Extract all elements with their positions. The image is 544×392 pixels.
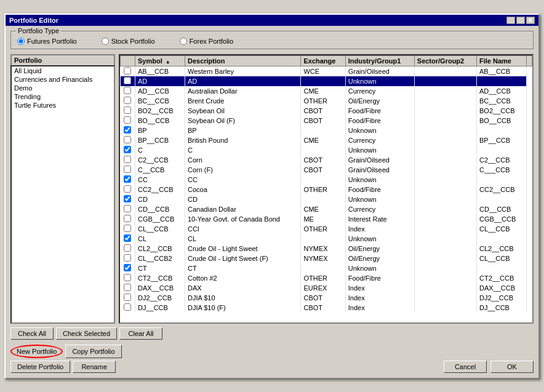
portfolio-item[interactable]: Trending [12,92,114,101]
maximize-button[interactable]: □ [516,17,525,24]
row-checkbox[interactable] [124,97,131,104]
portfolio-list[interactable]: All Liquid Currencies and Financials Dem… [10,65,115,324]
cancel-button[interactable]: Cancel [444,361,487,373]
table-row[interactable]: CDCDUnknown [121,194,532,204]
row-checkbox-cell[interactable] [121,273,135,283]
row-checkbox-cell[interactable] [121,185,135,194]
table-row[interactable]: CT2__CCBCotton #2OTHERFood/FibreCT2__CCB [121,273,532,283]
row-checkbox-cell[interactable] [121,263,135,273]
row-checkbox-cell[interactable] [121,303,135,313]
row-checkbox[interactable] [124,116,131,124]
row-checkbox-cell[interactable] [121,254,135,263]
row-checkbox-cell[interactable] [121,244,135,254]
row-checkbox[interactable] [124,156,131,163]
row-checkbox[interactable] [124,234,131,242]
table-row[interactable]: CLCLUnknown [121,234,532,244]
table-row[interactable]: C2__CCBCornCBOTGrain/OilseedC2__CCB [121,155,532,165]
row-checkbox-cell[interactable] [121,96,135,106]
col-industry[interactable]: Industry/Group1 [345,55,414,66]
row-checkbox[interactable] [124,175,131,183]
copy-portfolio-button[interactable]: Copy Portfolio [65,345,121,358]
table-row[interactable]: DAX__CCBDAXEUREXIndexDAX__CCB [121,283,532,293]
row-checkbox[interactable] [124,215,131,222]
table-row[interactable]: DJ__CCBDJIA $10 (F)CBOTIndexDJ__CCB [121,303,532,313]
table-row[interactable]: CCUnknown [121,145,532,155]
symbol-table-container[interactable]: Symbol ▲ Description Exchange Industry/G… [119,54,534,324]
row-checkbox-cell[interactable] [121,126,135,135]
col-filename[interactable]: File Name [477,55,527,66]
row-checkbox-cell[interactable] [121,106,135,116]
table-row[interactable]: BC__CCBBrent CrudeOTHEROil/EnergyBC__CCB [121,96,532,106]
row-checkbox[interactable] [124,136,131,143]
row-checkbox[interactable] [124,146,131,153]
row-checkbox-cell[interactable] [121,66,135,76]
table-row[interactable]: CD__CCBCanadian DollarCMECurrencyCD__CCB [121,204,532,214]
table-row[interactable]: CL2__CCBCrude Oil - Light SweetNYMEXOil/… [121,244,532,254]
row-checkbox-cell[interactable] [121,234,135,244]
rename-button[interactable]: Rename [73,361,116,373]
col-sector[interactable]: Sector/Group2 [414,55,476,66]
row-checkbox[interactable] [124,225,131,232]
col-checkbox[interactable] [121,55,135,66]
portfolio-item[interactable]: Currencies and Financials [12,75,114,84]
portfolio-item[interactable]: Turtle Futures [12,101,114,110]
row-checkbox[interactable] [124,77,131,84]
row-checkbox-cell[interactable] [121,86,135,96]
check-all-button[interactable]: Check All [10,327,54,340]
row-checkbox-cell[interactable] [121,175,135,185]
table-row[interactable]: BO__CCBSoybean Oil (F)CBOTFood/FibreBO__… [121,116,532,126]
row-checkbox-cell[interactable] [121,135,135,145]
minimize-button[interactable]: _ [506,17,515,24]
row-checkbox[interactable] [124,264,131,271]
table-row[interactable]: CL__CCBCCIOTHERIndexCL__CCB [121,224,532,234]
row-checkbox-cell[interactable] [121,155,135,165]
row-checkbox[interactable] [124,303,131,311]
row-checkbox-cell[interactable] [121,283,135,293]
delete-portfolio-button[interactable]: Delete Portfolio [10,361,70,373]
row-checkbox[interactable] [124,126,131,134]
row-checkbox-cell[interactable] [121,76,135,86]
row-checkbox[interactable] [124,166,131,173]
row-checkbox[interactable] [124,244,131,252]
row-checkbox-cell[interactable] [121,194,135,204]
table-row[interactable]: CGB__CCB10-Year Govt. of Canada BondMEIn… [121,214,532,224]
row-checkbox[interactable] [124,106,131,114]
stock-portfolio-radio[interactable]: Stock Portfolio [102,38,155,45]
ok-button[interactable]: OK [490,361,534,373]
table-row[interactable]: CC2__CCBCocoaOTHERFood/FibreCC2__CCB [121,185,532,194]
table-row[interactable]: AB__CCBWestern BarleyWCEGrain/OilseedAB_… [121,66,532,76]
check-selected-button[interactable]: Check Selected [56,327,117,340]
table-row[interactable]: C__CCBCorn (F)CBOTGrain/OilseedC___CCB [121,165,532,175]
table-row[interactable]: DJ2__CCBDJIA $10CBOTIndexDJ2__CCB [121,293,532,303]
portfolio-item[interactable]: All Liquid [12,66,114,75]
row-checkbox-cell[interactable] [121,204,135,214]
row-checkbox[interactable] [124,195,131,202]
row-checkbox-cell[interactable] [121,293,135,303]
row-checkbox[interactable] [124,205,131,212]
row-checkbox[interactable] [124,294,131,301]
row-checkbox[interactable] [124,284,131,291]
close-button[interactable]: ✕ [526,17,535,24]
col-description[interactable]: Description [185,55,301,66]
forex-portfolio-radio[interactable]: Forex Portfolio [180,38,234,45]
col-symbol[interactable]: Symbol ▲ [135,55,185,66]
new-portfolio-button[interactable]: New Portfolio [10,345,63,358]
row-checkbox[interactable] [124,274,131,281]
col-exchange[interactable]: Exchange [301,55,345,66]
table-row[interactable]: BO2__CCBSoybean OilCBOTFood/FibreBO2__CC… [121,106,532,116]
row-checkbox-cell[interactable] [121,116,135,126]
table-row[interactable]: CL__CCB2Crude Oil - Light Sweet (F)NYMEX… [121,254,532,263]
table-row[interactable]: ADADUnknown [121,76,532,86]
row-checkbox[interactable] [124,67,131,74]
table-row[interactable]: BPBPUnknown [121,126,532,135]
table-row[interactable]: CCCCUnknown [121,175,532,185]
row-checkbox[interactable] [124,254,131,262]
row-checkbox-cell[interactable] [121,145,135,155]
row-checkbox[interactable] [124,87,131,94]
table-row[interactable]: CTCTUnknown [121,263,532,273]
row-checkbox-cell[interactable] [121,224,135,234]
futures-portfolio-radio[interactable]: Futures Portfolio [17,38,77,45]
clear-all-button[interactable]: Clear All [119,327,162,340]
row-checkbox[interactable] [124,185,131,193]
table-row[interactable]: BP__CCBBritish PoundCMECurrencyBP__CCB [121,135,532,145]
